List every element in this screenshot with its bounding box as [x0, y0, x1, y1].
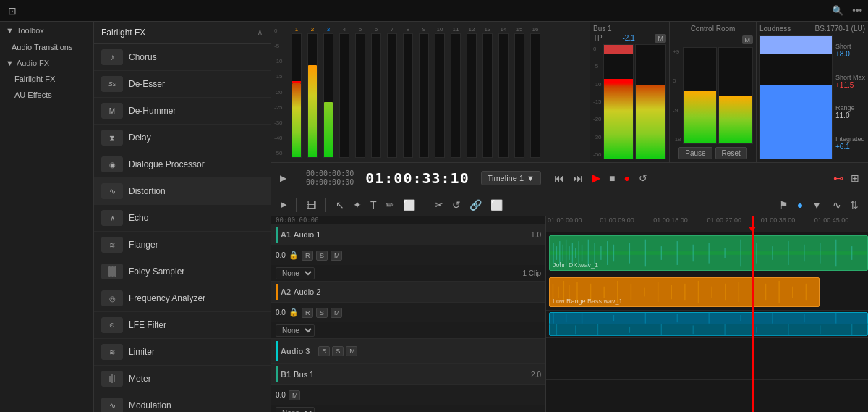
- sidebar-item-audio-transitions[interactable]: Audio Transitions: [0, 39, 93, 55]
- m-button-a1[interactable]: M: [331, 251, 342, 261]
- fx-item-lfe-filter[interactable]: ⊙ LFE Filter: [94, 312, 271, 339]
- video-mode-button[interactable]: 🎞: [302, 197, 320, 213]
- s-button-a1[interactable]: S: [316, 251, 328, 261]
- sidebar-item-fairlight-fx[interactable]: Fairlight FX: [0, 71, 93, 87]
- right-toolbar-group: ⚑ ● ▼ ∿ ⇅: [775, 197, 862, 213]
- fx-panel-close[interactable]: ∧: [257, 28, 263, 38]
- audio-clip-a3-top[interactable]: [549, 312, 868, 324]
- bus-m-button[interactable]: M: [655, 34, 666, 43]
- toolbox-panel: ▼ Toolbox Audio Transitions ▼ Audio FX F…: [0, 22, 94, 412]
- go-to-start-button[interactable]: ⏮: [553, 171, 566, 185]
- control-room-m-button[interactable]: M: [742, 35, 754, 44]
- timeline-track-a2[interactable]: Low Range Bass.wav_1: [546, 274, 868, 311]
- step-back-button[interactable]: ⏭: [571, 171, 584, 185]
- timeline-track-a3[interactable]: [546, 311, 868, 338]
- svg-rect-8: [575, 248, 576, 258]
- timeline-track-a1[interactable]: John DX.wav_1: [546, 232, 868, 274]
- fx-item-de-esser[interactable]: Ss De-Esser: [94, 71, 271, 98]
- timeline-track-b1[interactable]: [546, 338, 868, 380]
- svg-rect-45: [711, 287, 712, 298]
- track-dropdown-b1[interactable]: None: [276, 407, 315, 413]
- svg-rect-29: [835, 240, 836, 267]
- toolbox-header[interactable]: ▼ Toolbox: [0, 22, 93, 39]
- bus-tp-value: -2.1: [623, 34, 635, 43]
- search-icon[interactable]: 🔍: [832, 5, 843, 16]
- crop-tool-button[interactable]: ⬜: [399, 197, 419, 213]
- r-button-a2[interactable]: R: [302, 308, 313, 318]
- r-button-a1[interactable]: R: [302, 251, 313, 261]
- nav-left-button[interactable]: ▶: [278, 172, 288, 185]
- fx-item-de-hummer[interactable]: M De-Hummer: [94, 98, 271, 125]
- fx-item-chorus[interactable]: ♪ Chorus: [94, 44, 271, 71]
- fx-item-modulation[interactable]: ∿ Modulation: [94, 392, 271, 412]
- fx-item-distortion[interactable]: ∿ Distortion: [94, 178, 271, 205]
- sidebar-item-au-effects[interactable]: AU Effects: [0, 87, 93, 103]
- track-row-b1: B1 Bus 1 2.0 0.0 M None: [271, 364, 545, 412]
- dropdown-right-button[interactable]: ▼: [808, 197, 825, 213]
- audio-clip-a1[interactable]: John DX.wav_1: [549, 235, 868, 271]
- pause-button[interactable]: Pause: [678, 147, 712, 159]
- select-tool-button[interactable]: ↖: [332, 197, 348, 213]
- r-button-a3[interactable]: R: [318, 346, 330, 356]
- fx-item-limiter[interactable]: ≋ Limiter: [94, 339, 271, 366]
- ruler-mark-2: 01:00:09:00: [600, 216, 634, 224]
- add-tool-button[interactable]: ✦: [349, 197, 365, 213]
- track-dropdown-a2[interactable]: None: [276, 324, 315, 337]
- fx-list: ♪ Chorus Ss De-Esser M De-Hummer ⧗ Delay…: [94, 44, 271, 412]
- undo-button[interactable]: ↺: [448, 197, 464, 213]
- fx-label-meter: Meter: [129, 374, 151, 384]
- reset-button[interactable]: Reset: [715, 147, 747, 159]
- loudness-short-max-value: +11.5: [835, 81, 865, 89]
- audio-clip-a3-bottom[interactable]: [549, 324, 868, 336]
- grid-button[interactable]: ⊞: [849, 171, 861, 185]
- cr-meter-right: [718, 47, 753, 144]
- more-icon[interactable]: •••: [852, 5, 862, 16]
- track-dropdown-row-a2: None: [271, 322, 545, 338]
- fx-item-meter[interactable]: Meter: [94, 366, 271, 392]
- fx-item-delay[interactable]: ⧗ Delay: [94, 125, 271, 151]
- fx-item-frequency-analyzer[interactable]: ◎ Frequency Analyzer: [94, 285, 271, 312]
- color-button[interactable]: ●: [793, 197, 807, 213]
- sidebar-item-audio-fx[interactable]: ▼ Audio FX: [0, 55, 93, 71]
- audio-clip-a2[interactable]: Low Range Bass.wav_1: [549, 277, 820, 307]
- waveform-button[interactable]: ∿: [829, 197, 845, 213]
- fx-item-foley-sampler[interactable]: Foley Sampler: [94, 258, 271, 285]
- text-tool-button[interactable]: T: [367, 197, 380, 213]
- m-button-a2[interactable]: M: [331, 308, 342, 318]
- clip-button[interactable]: ⬜: [487, 197, 506, 213]
- marker-button[interactable]: ⊷: [832, 171, 845, 185]
- link-button[interactable]: 🔗: [466, 197, 485, 213]
- play-button[interactable]: ▶: [590, 169, 602, 186]
- fx-item-dialogue-processor[interactable]: ◉ Dialogue Processor: [94, 151, 271, 178]
- track-nav-button[interactable]: ▶: [277, 198, 290, 211]
- pen-tool-button[interactable]: ✏: [382, 197, 398, 213]
- svg-rect-21: [709, 243, 710, 263]
- svg-rect-6: [569, 246, 569, 260]
- track-dropdown-a1[interactable]: None: [276, 267, 315, 279]
- loop-button[interactable]: ↺: [637, 171, 649, 185]
- lock-icon-a2: 🔒: [289, 308, 299, 317]
- timeline-selector[interactable]: Timeline 1 ▼: [481, 171, 541, 185]
- fx-item-flanger[interactable]: ≋ Flanger: [94, 232, 271, 258]
- svg-rect-27: [804, 245, 804, 262]
- timeline-dropdown-icon: ▼: [527, 174, 535, 182]
- s-button-a3[interactable]: S: [332, 346, 344, 356]
- loudness-short-max: Short Max +11.5: [835, 74, 865, 89]
- channel-strip-13: 13: [480, 26, 495, 158]
- track-fader-a2: 0.0: [276, 308, 286, 316]
- flag-button[interactable]: ⚑: [775, 197, 792, 213]
- record-button[interactable]: ●: [622, 171, 631, 185]
- m-button-a3[interactable]: M: [346, 346, 357, 356]
- cut-button[interactable]: ✂: [431, 197, 447, 213]
- stop-button[interactable]: ■: [608, 171, 616, 185]
- m-button-b1[interactable]: M: [289, 390, 300, 400]
- fx-item-echo[interactable]: ∧ Echo: [94, 205, 271, 232]
- expand-button[interactable]: ⇅: [846, 197, 862, 213]
- track-vol-a1: 1.0: [531, 231, 541, 239]
- svg-rect-4: [563, 245, 563, 262]
- dialogue-processor-icon: ◉: [101, 156, 123, 172]
- svg-rect-25: [772, 246, 773, 260]
- window-icon[interactable]: ⊡: [6, 4, 19, 17]
- svg-rect-32: [558, 287, 558, 298]
- s-button-a2[interactable]: S: [316, 308, 328, 318]
